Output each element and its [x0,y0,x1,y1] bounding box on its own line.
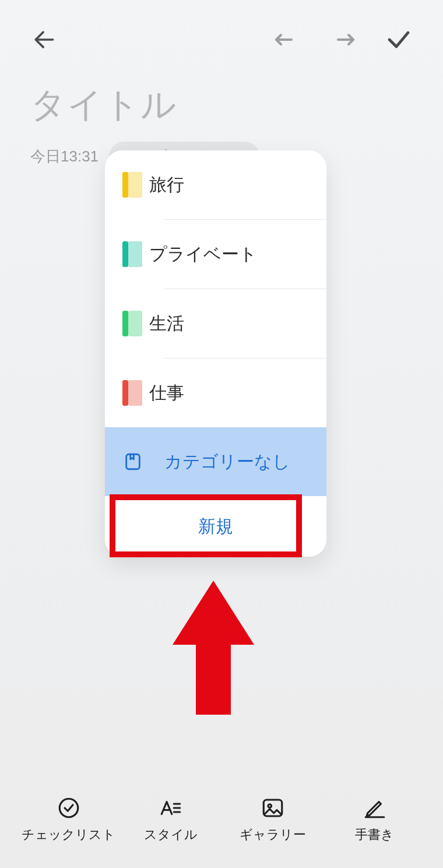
category-option-private[interactable]: プライベート [105,220,326,289]
gallery-icon [259,795,286,821]
category-dropdown: 旅行 プライベート 生活 仕事 カテゴリーなし 新規 [105,150,326,557]
category-option-label: プライベート [149,243,257,266]
notebook-icon [122,451,143,472]
note-title-input[interactable]: タイトル [0,68,443,133]
svg-marker-2 [173,581,254,715]
tool-checklist[interactable]: チェックリスト [19,795,118,844]
category-option-life[interactable]: 生活 [105,289,326,358]
check-icon [385,26,413,54]
svg-point-9 [268,804,271,808]
category-color-icon [122,172,128,198]
bottom-toolbar: チェックリスト スタイル ギャラリー 手書き [0,781,443,868]
tool-gallery[interactable]: ギャラリー [223,795,322,844]
tool-label: スタイル [144,826,198,844]
category-option-label: 生活 [149,312,184,336]
top-bar [0,0,443,68]
tool-label: ギャラリー [240,826,306,844]
category-option-travel[interactable]: 旅行 [105,150,326,219]
annotation-arrow-up-icon [173,581,254,715]
undo-button[interactable] [270,23,303,56]
category-new-label: 新規 [198,515,233,539]
category-color-icon [122,311,128,336]
category-option-label: カテゴリーなし [164,450,290,474]
svg-rect-8 [263,800,282,816]
arrow-left-icon [31,27,57,52]
svg-point-3 [59,799,78,817]
undo-icon [273,26,301,54]
category-option-label: 仕事 [149,381,184,405]
redo-icon [329,26,357,54]
timestamp: 今日13:31 [30,146,99,167]
tool-label: 手書き [355,826,394,844]
confirm-button[interactable] [382,23,415,56]
category-option-label: 旅行 [149,173,184,197]
category-color-icon [122,241,128,267]
redo-button[interactable] [326,23,359,56]
category-new-button[interactable]: 新規 [105,496,326,557]
style-icon [157,795,184,821]
category-option-none[interactable]: カテゴリーなし [105,427,326,496]
tool-handwriting[interactable]: 手書き [325,795,424,844]
checklist-icon [55,795,82,821]
category-color-icon [122,380,128,406]
pencil-icon [361,795,388,821]
category-option-work[interactable]: 仕事 [105,359,326,427]
tool-style[interactable]: スタイル [121,795,220,844]
back-button[interactable] [28,23,61,56]
tool-label: チェックリスト [22,826,115,844]
